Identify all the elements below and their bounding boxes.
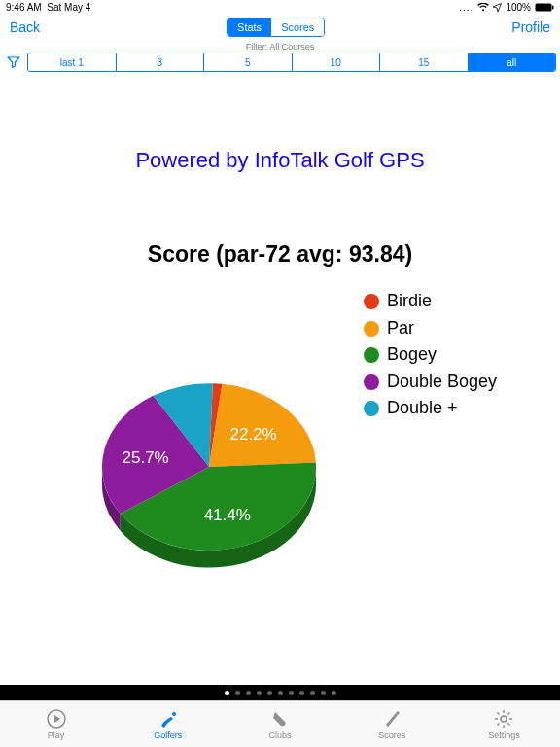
page-dot[interactable]: [321, 691, 326, 695]
tab-label: Clubs: [269, 730, 292, 740]
legend-label: Bogey: [387, 344, 437, 366]
tab-label: Play: [48, 730, 65, 740]
legend-item-par: Par: [364, 318, 519, 339]
tab-label: Scores: [378, 730, 405, 740]
legend-label: Double Bogey: [387, 372, 497, 393]
status-time-date: 9:46 AM Sat May 4: [6, 2, 90, 13]
status-time: 9:46 AM: [6, 2, 42, 13]
segmented-control: Stats Scores: [227, 18, 325, 37]
legend-label: Birdie: [387, 291, 432, 312]
tab-golfers[interactable]: Golfers: [112, 701, 224, 747]
page-dot[interactable]: [257, 691, 262, 695]
svg-rect-0: [536, 3, 552, 11]
location-icon: [493, 3, 502, 12]
tab-scores[interactable]: Scores: [336, 701, 448, 747]
play-icon: [46, 708, 67, 729]
tab-settings[interactable]: Settings: [448, 701, 560, 747]
page-dot[interactable]: [235, 691, 240, 695]
battery-icon: [535, 3, 554, 12]
status-bar: 9:46 AM Sat May 4 .... 100%: [0, 0, 560, 14]
page-dot[interactable]: [246, 691, 251, 695]
status-right: .... 100%: [459, 2, 554, 13]
seg-stats[interactable]: Stats: [228, 18, 271, 36]
page-indicator[interactable]: [0, 685, 560, 700]
battery-percent: 100%: [506, 2, 531, 13]
clubs-icon: [269, 708, 291, 729]
page-dot[interactable]: [310, 691, 315, 695]
status-date: Sat May 4: [47, 2, 90, 13]
page-dot[interactable]: [225, 691, 229, 695]
back-button[interactable]: Back: [10, 19, 40, 35]
filter-option-3[interactable]: 3: [117, 53, 205, 71]
cell-dots-icon: ....: [459, 2, 473, 13]
legend-label: Double +: [387, 398, 458, 419]
page-dot[interactable]: [289, 691, 294, 695]
score-title: Score (par-72 avg: 93.84): [0, 241, 560, 267]
chart-area: BirdieParBogeyDouble BogeyDouble + 22.2%…: [0, 291, 560, 583]
golfers-icon: [158, 708, 179, 729]
filter-option-5[interactable]: 5: [204, 53, 293, 71]
profile-button[interactable]: Profile: [511, 19, 550, 35]
filter-option-15[interactable]: 15: [380, 53, 469, 71]
filter-segmented: last 1351015all: [27, 53, 556, 72]
legend-swatch: [364, 347, 379, 363]
tab-bar: PlayGolfersClubsScoresSettings: [0, 700, 560, 747]
nav-bar: Back Stats Scores Profile: [0, 14, 560, 41]
filter-icon[interactable]: [0, 53, 27, 72]
legend-item-double-+: Double +: [364, 398, 519, 419]
tab-clubs[interactable]: Clubs: [224, 701, 335, 747]
svg-point-3: [172, 712, 176, 716]
page-dot[interactable]: [278, 691, 283, 695]
settings-icon: [493, 708, 514, 729]
legend-swatch: [364, 374, 379, 390]
svg-rect-1: [552, 5, 554, 9]
legend-label: Par: [387, 318, 414, 339]
page-dot[interactable]: [332, 691, 336, 695]
powered-by-text: Powered by InfoTalk Golf GPS: [0, 148, 560, 173]
chart-legend: BirdieParBogeyDouble BogeyDouble +: [364, 291, 519, 425]
scores-icon: [381, 708, 402, 729]
legend-swatch: [364, 321, 379, 337]
tab-play[interactable]: Play: [0, 701, 112, 747]
filter-option-last-1[interactable]: last 1: [28, 53, 117, 71]
seg-scores[interactable]: Scores: [271, 18, 324, 36]
tab-label: Golfers: [154, 730, 182, 740]
page-dot[interactable]: [299, 691, 304, 695]
legend-item-double-bogey: Double Bogey: [364, 372, 519, 393]
filter-option-all[interactable]: all: [469, 53, 556, 71]
filter-option-10[interactable]: 10: [293, 53, 381, 71]
filter-row: last 1351015all: [0, 53, 560, 72]
pie-chart: [97, 359, 321, 579]
page-dot[interactable]: [267, 691, 272, 695]
tab-label: Settings: [488, 730, 520, 740]
main-content: Powered by InfoTalk Golf GPS Score (par-…: [0, 148, 560, 583]
legend-item-bogey: Bogey: [364, 344, 519, 366]
svg-point-4: [501, 716, 507, 722]
legend-item-birdie: Birdie: [364, 291, 519, 312]
filter-label: Filter: All Courses: [0, 41, 560, 53]
legend-swatch: [364, 401, 379, 416]
pie-slice-par: [209, 384, 316, 467]
legend-swatch: [364, 294, 379, 309]
wifi-icon: [477, 3, 489, 12]
